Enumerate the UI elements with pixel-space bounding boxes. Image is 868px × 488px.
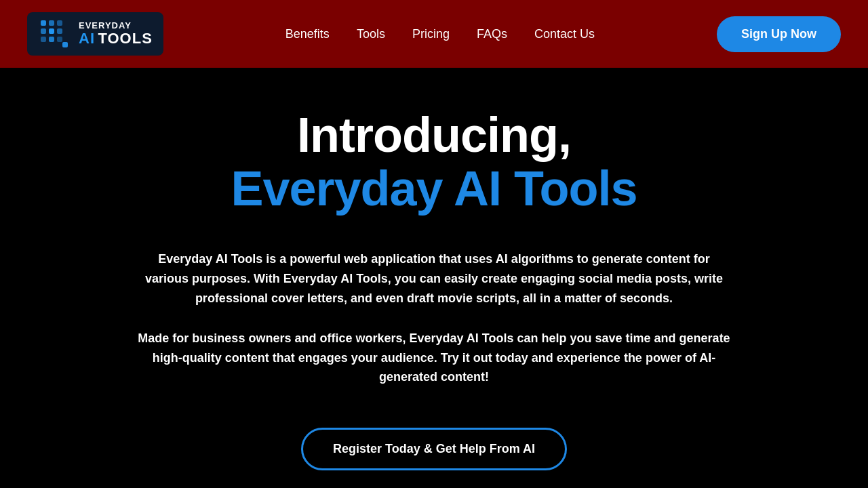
svg-rect-8 [57, 37, 62, 42]
svg-rect-7 [49, 37, 54, 42]
svg-rect-1 [49, 20, 54, 26]
svg-rect-5 [57, 28, 62, 34]
svg-rect-3 [49, 28, 54, 34]
navbar: EVERYDAY AI TOOLS Benefits Tools Pricing… [0, 0, 868, 68]
hero-title-line2: Everyday AI Tools [231, 162, 637, 216]
svg-rect-0 [41, 20, 46, 26]
nav-item-contact[interactable]: Contact Us [534, 27, 595, 41]
svg-rect-4 [57, 20, 62, 26]
svg-rect-2 [41, 28, 46, 34]
nav-link-tools[interactable]: Tools [357, 27, 385, 41]
logo-ai-tools: AI TOOLS [79, 30, 153, 47]
nav-links: Benefits Tools Pricing FAQs Contact Us [285, 27, 595, 41]
hero-description-2: Made for business owners and office work… [136, 329, 732, 387]
nav-link-pricing[interactable]: Pricing [412, 27, 450, 41]
svg-rect-9 [62, 42, 68, 47]
logo-ai: AI [79, 30, 95, 47]
nav-link-benefits[interactable]: Benefits [285, 27, 330, 41]
logo-text: EVERYDAY AI TOOLS [79, 21, 153, 47]
hero-title-line1: Introducing, [231, 108, 637, 162]
logo-tools: TOOLS [98, 30, 152, 47]
logo-icon [38, 18, 71, 50]
nav-item-benefits[interactable]: Benefits [285, 27, 330, 41]
nav-item-faqs[interactable]: FAQs [477, 27, 507, 41]
nav-item-pricing[interactable]: Pricing [412, 27, 450, 41]
logo-everyday: EVERYDAY [79, 21, 153, 30]
nav-item-tools[interactable]: Tools [357, 27, 385, 41]
hero-section: Introducing, Everyday AI Tools Everyday … [0, 68, 868, 488]
signup-button[interactable]: Sign Up Now [717, 16, 841, 52]
logo[interactable]: EVERYDAY AI TOOLS [27, 12, 163, 56]
hero-title: Introducing, Everyday AI Tools [231, 108, 637, 249]
nav-link-faqs[interactable]: FAQs [477, 27, 507, 41]
nav-link-contact[interactable]: Contact Us [534, 27, 595, 41]
hero-description-1: Everyday AI Tools is a powerful web appl… [136, 249, 732, 308]
register-button[interactable]: Register Today & Get Help From AI [301, 428, 567, 470]
svg-rect-6 [41, 37, 46, 42]
